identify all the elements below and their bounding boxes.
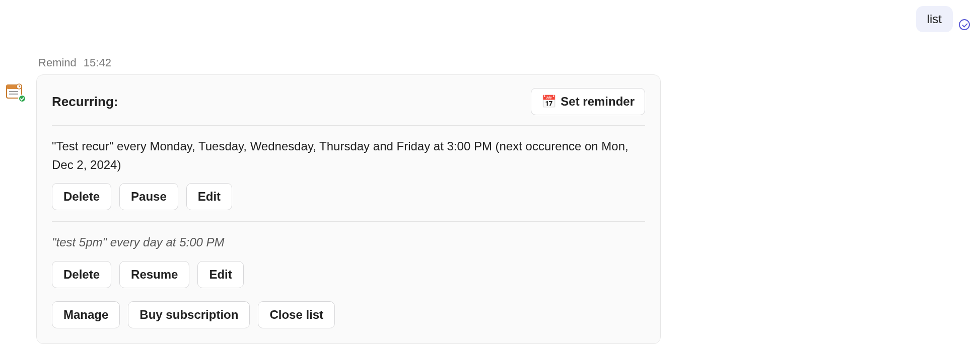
- reminders-card: Recurring: 📅 Set reminder "Test recur" e…: [36, 74, 661, 344]
- bot-avatar[interactable]: [5, 81, 25, 102]
- message-meta: Remind 15:42: [38, 56, 661, 69]
- outgoing-message-bubble[interactable]: list: [916, 6, 953, 32]
- svg-line-6: [19, 86, 20, 87]
- set-reminder-label: Set reminder: [561, 95, 635, 109]
- delete-button[interactable]: Delete: [52, 183, 111, 210]
- outgoing-message-row: list: [916, 6, 970, 32]
- reminder-actions: Delete Resume Edit: [52, 261, 645, 288]
- reminder-item: "test 5pm" every day at 5:00 PM Delete R…: [52, 222, 645, 288]
- card-header: Recurring: 📅 Set reminder: [52, 88, 645, 126]
- delete-button[interactable]: Delete: [52, 261, 111, 288]
- reminder-actions: Delete Pause Edit: [52, 183, 645, 210]
- reminder-item: "Test recur" every Monday, Tuesday, Wedn…: [52, 126, 645, 222]
- presence-online-icon: [18, 95, 26, 103]
- set-reminder-button[interactable]: 📅 Set reminder: [531, 88, 645, 115]
- reminder-description: "test 5pm" every day at 5:00 PM: [52, 233, 645, 251]
- manage-button[interactable]: Manage: [52, 301, 120, 328]
- card-footer-actions: Manage Buy subscription Close list: [52, 288, 645, 328]
- outgoing-message-text: list: [927, 12, 942, 26]
- calendar-icon: 📅: [541, 95, 556, 109]
- reminder-description: "Test recur" every Monday, Tuesday, Wedn…: [52, 137, 645, 174]
- edit-button[interactable]: Edit: [186, 183, 232, 210]
- sender-name: Remind: [38, 56, 77, 69]
- pause-button[interactable]: Pause: [119, 183, 178, 210]
- incoming-message-block: Remind 15:42 Recurring: 📅 Set reminder "…: [5, 56, 661, 344]
- buy-subscription-button[interactable]: Buy subscription: [128, 301, 250, 328]
- read-receipt-icon: [959, 19, 970, 30]
- card-title: Recurring:: [52, 94, 118, 110]
- message-time: 15:42: [84, 56, 111, 69]
- edit-button[interactable]: Edit: [197, 261, 243, 288]
- close-list-button[interactable]: Close list: [258, 301, 335, 328]
- resume-button[interactable]: Resume: [119, 261, 189, 288]
